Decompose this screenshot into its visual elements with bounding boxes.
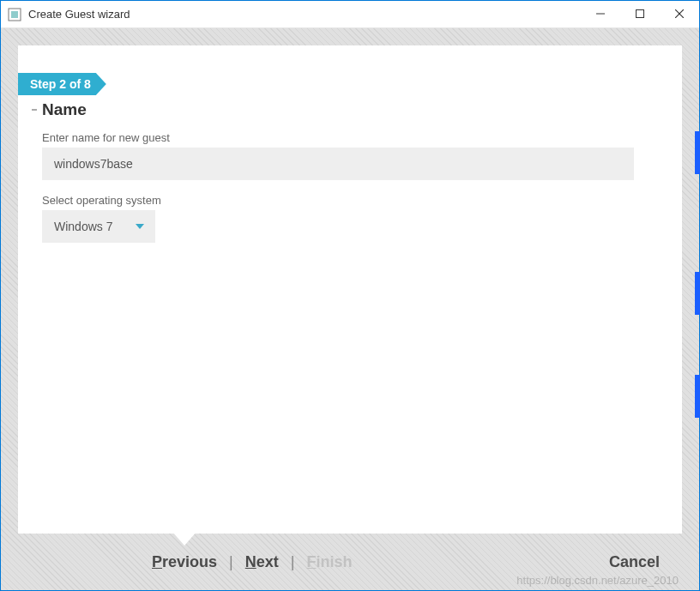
svg-rect-1 (11, 11, 18, 18)
os-label: Select operating system (42, 194, 668, 207)
wizard-footer: Previous | Next | Finish Cancel (1, 534, 699, 590)
previous-button[interactable]: Previous (147, 550, 222, 575)
content-card: Step 2 of 8 Name Enter name for new gues… (18, 45, 682, 534)
nav-group: Previous | Next | Finish (147, 550, 357, 575)
decoration (695, 272, 700, 315)
divider: | (229, 553, 233, 571)
finish-button: Finish (301, 550, 357, 575)
os-select[interactable]: Windows 7 (42, 210, 155, 243)
divider: | (291, 553, 295, 571)
svg-rect-3 (637, 10, 644, 18)
close-button[interactable] (660, 1, 699, 27)
guest-name-input[interactable] (42, 148, 634, 180)
guest-name-label: Enter name for new guest (42, 131, 668, 144)
wizard-window: Create Guest wizard Step 2 of 8 Name Ent… (0, 0, 700, 591)
titlebar: Create Guest wizard (1, 1, 699, 28)
maximize-button[interactable] (620, 1, 660, 27)
next-button[interactable]: Next (240, 550, 284, 575)
step-badge: Step 2 of 8 (18, 73, 106, 95)
os-group: Select operating system Windows 7 (42, 194, 668, 243)
decoration (695, 375, 700, 418)
decoration (695, 131, 700, 174)
window-title: Create Guest wizard (28, 8, 130, 21)
wizard-body: Step 2 of 8 Name Enter name for new gues… (1, 28, 699, 590)
cancel-button[interactable]: Cancel (604, 550, 665, 575)
section-title: Name (42, 100, 668, 119)
chevron-down-icon (135, 221, 145, 232)
window-controls (581, 1, 699, 27)
minimize-button[interactable] (581, 1, 620, 27)
app-icon (8, 8, 21, 21)
callout-pointer-icon (172, 532, 196, 546)
guest-name-group: Enter name for new guest (42, 131, 668, 180)
os-select-value: Windows 7 (54, 220, 112, 233)
